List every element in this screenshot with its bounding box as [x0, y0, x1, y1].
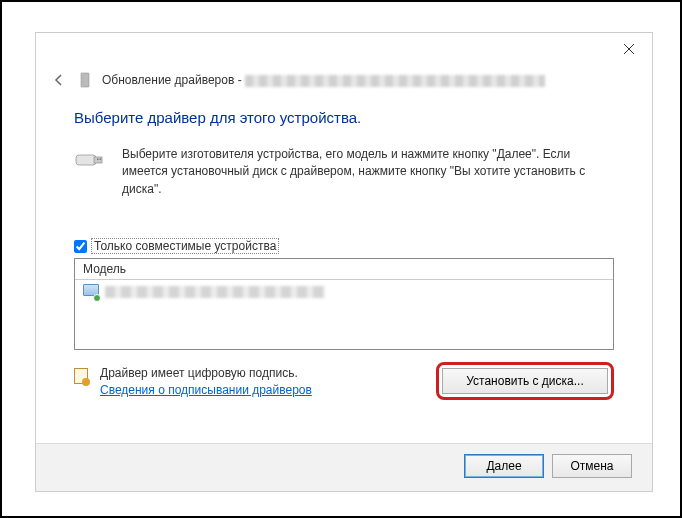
svg-rect-6 [100, 159, 102, 161]
svg-rect-2 [81, 73, 89, 87]
compatible-only-row: Только совместимые устройства [74, 238, 614, 254]
header-row: Обновление драйверов - [36, 65, 652, 103]
back-arrow-icon [52, 73, 66, 87]
redacted-device-name [245, 75, 545, 87]
device-icon [78, 71, 92, 89]
footer-bar: Далее Отмена [36, 443, 652, 491]
list-item[interactable] [75, 280, 613, 304]
instruction-text: Выберите изготовителя устройства, его мо… [122, 146, 614, 198]
compatible-only-checkbox[interactable] [74, 240, 87, 253]
close-icon [624, 44, 634, 54]
signature-info-link[interactable]: Сведения о подписывании драйверов [100, 383, 312, 397]
list-header-model[interactable]: Модель [75, 259, 613, 280]
signed-driver-icon [83, 284, 99, 300]
instruction-row: Выберите изготовителя устройства, его мо… [74, 146, 614, 198]
content-area: Выберите драйвер для этого устройства. В… [36, 109, 652, 400]
header-title: Обновление драйверов - [102, 73, 545, 87]
signature-info: Драйвер имеет цифровую подпись. Сведения… [74, 366, 312, 397]
cancel-button[interactable]: Отмена [552, 454, 632, 478]
install-from-disk-highlight: Установить с диска... [436, 362, 614, 400]
redacted-model-name [105, 286, 325, 298]
update-drivers-dialog: Обновление драйверов - Выберите драйвер … [35, 32, 653, 492]
svg-rect-5 [97, 159, 99, 161]
page-frame: Обновление драйверов - Выберите драйвер … [0, 0, 682, 518]
close-button[interactable] [606, 34, 652, 64]
usb-drive-icon [74, 148, 108, 172]
page-heading: Выберите драйвер для этого устройства. [74, 109, 614, 126]
certificate-icon [74, 368, 92, 386]
compatible-only-label: Только совместимые устройства [91, 238, 279, 254]
svg-rect-3 [76, 155, 96, 165]
titlebar [36, 33, 652, 65]
signature-text: Драйвер имеет цифровую подпись. [100, 366, 312, 380]
model-listbox[interactable]: Модель [74, 258, 614, 350]
signature-row: Драйвер имеет цифровую подпись. Сведения… [74, 366, 614, 400]
install-from-disk-button[interactable]: Установить с диска... [442, 368, 608, 394]
back-button[interactable] [50, 71, 68, 89]
next-button[interactable]: Далее [464, 454, 544, 478]
